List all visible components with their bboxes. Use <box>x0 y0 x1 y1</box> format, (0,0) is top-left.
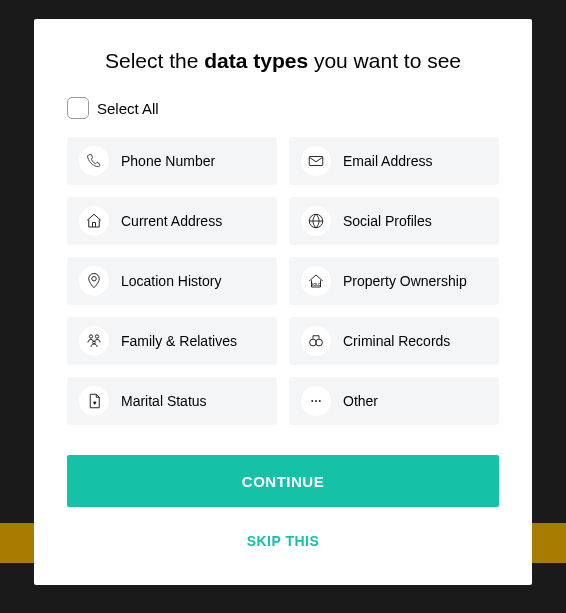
svg-point-2 <box>92 277 97 282</box>
family-icon <box>79 326 109 356</box>
option-label: Property Ownership <box>343 273 467 289</box>
title-pre: Select the <box>105 49 204 72</box>
globe-icon <box>301 206 331 236</box>
option-label: Phone Number <box>121 153 215 169</box>
select-all-label: Select All <box>97 100 159 117</box>
title-post: you want to see <box>308 49 461 72</box>
email-icon <box>301 146 331 176</box>
svg-text:SOLD: SOLD <box>311 283 321 287</box>
option-family-relatives[interactable]: Family & Relatives <box>67 317 277 365</box>
more-icon <box>301 386 331 416</box>
option-property-ownership[interactable]: SOLD Property Ownership <box>289 257 499 305</box>
document-heart-icon <box>79 386 109 416</box>
title-bold: data types <box>204 49 308 72</box>
modal-title: Select the data types you want to see <box>67 49 499 73</box>
option-label: Family & Relatives <box>121 333 237 349</box>
option-label: Criminal Records <box>343 333 450 349</box>
svg-point-9 <box>311 400 313 402</box>
option-label: Social Profiles <box>343 213 432 229</box>
select-all-toggle[interactable]: Select All <box>67 97 499 119</box>
option-phone-number[interactable]: Phone Number <box>67 137 277 185</box>
svg-point-5 <box>95 335 98 338</box>
home-icon <box>79 206 109 236</box>
option-social-profiles[interactable]: Social Profiles <box>289 197 499 245</box>
svg-rect-0 <box>309 157 323 166</box>
option-label: Location History <box>121 273 221 289</box>
option-marital-status[interactable]: Marital Status <box>67 377 277 425</box>
handcuffs-icon <box>301 326 331 356</box>
option-email-address[interactable]: Email Address <box>289 137 499 185</box>
option-location-history[interactable]: Location History <box>67 257 277 305</box>
option-criminal-records[interactable]: Criminal Records <box>289 317 499 365</box>
option-label: Current Address <box>121 213 222 229</box>
skip-button[interactable]: SKIP THIS <box>67 523 499 559</box>
option-label: Email Address <box>343 153 432 169</box>
svg-point-11 <box>319 400 321 402</box>
select-all-checkbox[interactable] <box>67 97 89 119</box>
pin-icon <box>79 266 109 296</box>
options-grid: Phone Number Email Address Current Addre… <box>67 137 499 425</box>
continue-button[interactable]: CONTINUE <box>67 455 499 507</box>
data-types-modal: Select the data types you want to see Se… <box>34 19 532 585</box>
svg-point-4 <box>89 335 92 338</box>
option-current-address[interactable]: Current Address <box>67 197 277 245</box>
house-sold-icon: SOLD <box>301 266 331 296</box>
phone-icon <box>79 146 109 176</box>
option-label: Marital Status <box>121 393 207 409</box>
option-other[interactable]: Other <box>289 377 499 425</box>
svg-point-10 <box>315 400 317 402</box>
option-label: Other <box>343 393 378 409</box>
